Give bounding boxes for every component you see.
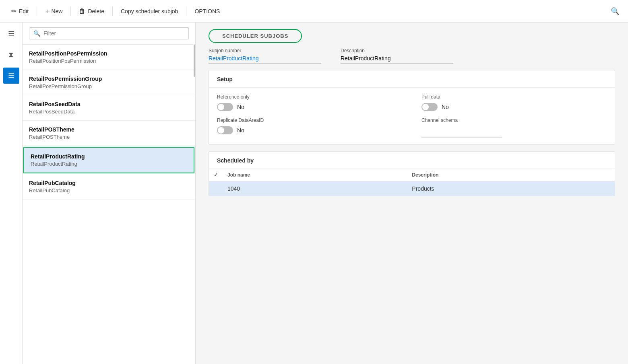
list-item[interactable]: RetailPubCatalog RetailPubCatalog — [23, 174, 195, 199]
table-row[interactable]: 1040 Products — [209, 181, 615, 196]
subjob-number-label: Subjob number — [209, 48, 321, 53]
reference-only-item: Reference only No — [217, 94, 402, 111]
divider-3 — [112, 6, 113, 16]
scheduled-by-body: ✓ Job name Description 1040 Products — [209, 169, 615, 196]
filter-bar: 🔍 — [23, 23, 195, 45]
copy-button[interactable]: Copy scheduler subjob — [114, 0, 184, 22]
scheduler-badge: SCHEDULER SUBJOBS — [209, 29, 302, 43]
scheduled-by-section: Scheduled by ✓ Job name Description 1040 — [209, 151, 615, 196]
job-name-col-header: Job name — [223, 169, 407, 181]
search-icon: 🔍 — [33, 30, 40, 37]
edit-label: Edit — [19, 8, 29, 14]
reference-only-toggle-row: No — [217, 103, 402, 111]
pull-data-item: Pull data No — [421, 94, 607, 111]
divider-1 — [37, 6, 37, 16]
options-button[interactable]: OPTIONS — [188, 0, 226, 22]
replicate-value: No — [237, 127, 244, 134]
detail-header: SCHEDULER SUBJOBS — [196, 23, 628, 48]
delete-label: Delete — [88, 8, 104, 14]
table-header-row: ✓ Job name Description — [209, 169, 615, 181]
reference-only-toggle[interactable] — [217, 103, 233, 111]
edit-button[interactable]: ✏ Edit — [5, 0, 35, 22]
delete-icon: 🗑 — [79, 8, 85, 15]
check-col-header: ✓ — [209, 169, 223, 181]
detail-panel: SCHEDULER SUBJOBS Subjob number RetailPr… — [196, 23, 628, 364]
description-cell: Products — [407, 181, 615, 196]
replicate-label: Replicate DataAreaID — [217, 117, 402, 123]
setup-title: Setup — [209, 70, 615, 88]
options-label: OPTIONS — [194, 8, 220, 14]
pull-data-toggle[interactable] — [421, 103, 438, 111]
sidebar-icons: ☰ ⧗ ☰ — [0, 23, 23, 364]
list-item-sub: RetailPositionPosPermission — [29, 58, 189, 64]
pull-data-toggle-row: No — [421, 103, 607, 111]
subjob-number-value[interactable]: RetailProductRating — [209, 55, 321, 64]
replicate-toggle-row: No — [217, 126, 402, 134]
toolbar: ✏ Edit + New 🗑 Delete Copy scheduler sub… — [0, 0, 628, 23]
replicate-toggle[interactable] — [217, 126, 233, 134]
reference-only-value: No — [237, 104, 244, 110]
channel-schema-item: Channel schema — [421, 117, 607, 138]
divider-4 — [186, 6, 186, 16]
field-row-header: Subjob number RetailProductRating Descri… — [196, 48, 628, 70]
scheduled-by-table: ✓ Job name Description 1040 Products — [209, 169, 615, 196]
main-layout: ☰ ⧗ ☰ 🔍 RetailPositionPosPermission Reta… — [0, 23, 628, 364]
list-item[interactable]: RetailPosPermissionGroup RetailPosPermis… — [23, 70, 195, 95]
list-item[interactable]: RetailPOSTheme RetailPOSTheme — [23, 121, 195, 146]
list-item-sub: RetailPubCatalog — [29, 187, 189, 193]
list-item-selected[interactable]: RetailProductRating RetailProductRating — [23, 147, 194, 173]
filter-input[interactable] — [43, 30, 184, 37]
list-item-title: RetailPosSeedData — [29, 101, 189, 107]
list-item-title: RetailPosPermissionGroup — [29, 76, 189, 82]
description-group: Description RetailProductRating — [341, 48, 453, 64]
list-item[interactable]: RetailPositionPosPermission RetailPositi… — [23, 45, 195, 70]
list-item-title: RetailPubCatalog — [29, 180, 189, 186]
replicate-item: Replicate DataAreaID No — [217, 117, 402, 138]
pull-data-value: No — [442, 104, 449, 110]
list-item-title: RetailPositionPosPermission — [29, 50, 189, 57]
description-value: RetailProductRating — [341, 55, 453, 64]
new-label: New — [51, 8, 62, 14]
list-item-sub: RetailProductRating — [31, 161, 187, 167]
new-button[interactable]: + New — [39, 0, 69, 22]
list-item-title: RetailPOSTheme — [29, 126, 189, 133]
reference-only-label: Reference only — [217, 94, 402, 100]
channel-schema-value[interactable] — [421, 138, 502, 138]
filter-input-wrap[interactable]: 🔍 — [29, 27, 189, 39]
subjob-number-group: Subjob number RetailProductRating — [209, 48, 321, 64]
edit-icon: ✏ — [11, 7, 17, 15]
list-item-sub: RetailPosSeedData — [29, 109, 189, 115]
delete-button[interactable]: 🗑 Delete — [72, 0, 110, 22]
list-panel: 🔍 RetailPositionPosPermission RetailPosi… — [23, 23, 196, 364]
list-items: RetailPositionPosPermission RetailPositi… — [23, 45, 195, 364]
setup-body: Reference only No Pull data No — [209, 88, 615, 144]
list-item-title: RetailProductRating — [31, 153, 187, 160]
copy-label: Copy scheduler subjob — [121, 8, 178, 14]
list-item-sub: RetailPosPermissionGroup — [29, 83, 189, 89]
list-view-button[interactable]: ☰ — [3, 68, 19, 84]
list-item[interactable]: RetailPosSeedData RetailPosSeedData — [23, 95, 195, 121]
filter-button[interactable]: ⧗ — [3, 47, 19, 63]
scheduled-by-title: Scheduled by — [209, 152, 615, 169]
divider-2 — [70, 6, 71, 16]
list-item-sub: RetailPOSTheme — [29, 134, 189, 140]
setup-grid: Reference only No Pull data No — [217, 94, 607, 138]
search-button[interactable]: 🔍 — [607, 3, 623, 19]
description-label: Description — [341, 48, 453, 53]
check-cell — [209, 181, 223, 196]
hamburger-menu-button[interactable]: ☰ — [3, 26, 19, 42]
channel-schema-label: Channel schema — [421, 117, 607, 123]
setup-section: Setup Reference only No Pull data — [209, 70, 615, 145]
pull-data-label: Pull data — [421, 94, 607, 100]
scrollbar[interactable] — [194, 45, 195, 77]
job-name-cell: 1040 — [223, 181, 407, 196]
plus-icon: + — [45, 8, 49, 15]
description-col-header: Description — [407, 169, 615, 181]
